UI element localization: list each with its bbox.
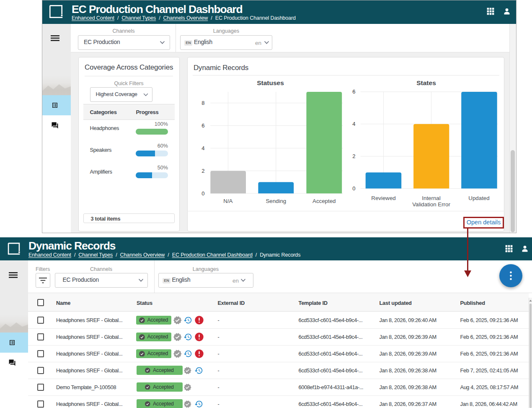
svg-text:Accepted: Accepted — [312, 198, 336, 204]
svg-text:Updated: Updated — [468, 195, 489, 201]
svg-text:States: States — [416, 79, 436, 86]
svg-text:Sending: Sending — [266, 198, 286, 204]
svg-text:0: 0 — [352, 185, 355, 192]
svg-text:N/A: N/A — [223, 198, 232, 204]
svg-text:4: 4 — [201, 145, 204, 151]
svg-text:Statuses: Statuses — [257, 79, 284, 86]
svg-text:Internal: Internal — [422, 195, 440, 201]
svg-text:Validation Error: Validation Error — [412, 201, 450, 208]
svg-text:4: 4 — [352, 121, 355, 127]
svg-text:0: 0 — [201, 190, 204, 197]
svg-text:2: 2 — [201, 168, 204, 174]
svg-text:8: 8 — [201, 100, 204, 106]
svg-text:6: 6 — [201, 122, 204, 129]
svg-text:Reviewed: Reviewed — [371, 195, 395, 201]
svg-text:6: 6 — [352, 88, 355, 95]
svg-text:2: 2 — [352, 153, 355, 159]
